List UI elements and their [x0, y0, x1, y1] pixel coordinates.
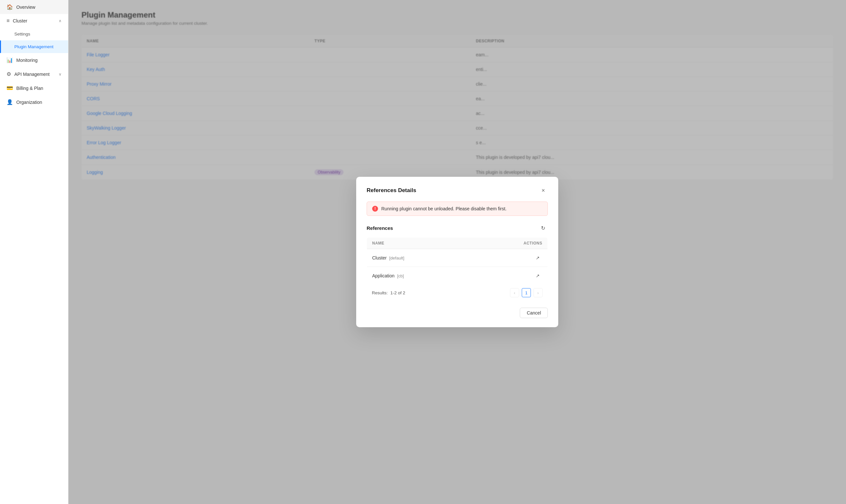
- sidebar-item-cluster[interactable]: ≡ Cluster ∧: [0, 14, 68, 28]
- modal-title: References Details: [367, 187, 416, 194]
- close-button[interactable]: ×: [539, 186, 548, 195]
- ref-application-name: Application: [372, 273, 395, 278]
- modal-footer: Cancel: [367, 308, 548, 318]
- modal-overlay: References Details × ! Running plugin ca…: [68, 0, 846, 504]
- ref-row-1-name: Application [cb]: [367, 267, 474, 285]
- pagination-row: Results: 1-2 of 2 ‹ 1 ›: [367, 285, 548, 301]
- pagination-next-button[interactable]: ›: [534, 288, 542, 297]
- external-link-button-0[interactable]: ↗: [533, 253, 542, 263]
- ref-col-name: NAME: [367, 238, 474, 249]
- ref-cluster-tag: [default]: [389, 256, 404, 260]
- sidebar-item-billing[interactable]: 💳 Billing & Plan: [0, 81, 68, 95]
- pagination-prev-button[interactable]: ‹: [510, 288, 519, 297]
- external-link-button-1[interactable]: ↗: [533, 271, 542, 280]
- sidebar-item-cluster-label: Cluster: [13, 18, 27, 23]
- references-details-modal: References Details × ! Running plugin ca…: [356, 177, 558, 327]
- refresh-button[interactable]: ↻: [538, 223, 548, 233]
- sidebar-item-api-management-label: API Management: [14, 72, 50, 77]
- pagination-label: Results:: [372, 290, 388, 295]
- sidebar-item-plugin-management[interactable]: Plugin Management: [0, 40, 68, 53]
- ref-table-row: Cluster [default] ↗: [367, 249, 548, 267]
- pagination-range: 1-2 of 2: [391, 290, 405, 295]
- ref-table-row: Application [cb] ↗: [367, 267, 548, 285]
- chevron-down-icon: ∨: [59, 72, 62, 76]
- references-table: NAME ACTIONS Cluster [default] ↗: [367, 237, 548, 285]
- ref-row-0-actions: ↗: [474, 249, 548, 267]
- modal-header: References Details ×: [367, 186, 548, 195]
- sidebar-item-settings-label: Settings: [14, 32, 30, 36]
- sidebar-item-overview[interactable]: 🏠 Overview: [0, 0, 68, 14]
- chevron-up-icon: ∧: [59, 19, 62, 23]
- sidebar-item-monitoring-label: Monitoring: [16, 58, 37, 63]
- ref-row-0-name: Cluster [default]: [367, 249, 474, 267]
- sidebar-item-organization[interactable]: 👤 Organization: [0, 95, 68, 109]
- api-icon: ⚙: [6, 71, 11, 77]
- sidebar-item-billing-label: Billing & Plan: [16, 86, 44, 91]
- ref-cluster-name: Cluster: [372, 255, 386, 260]
- home-icon: 🏠: [6, 4, 13, 10]
- sidebar-item-organization-label: Organization: [16, 100, 42, 105]
- ref-application-tag: [cb]: [397, 273, 404, 278]
- ref-col-actions: ACTIONS: [474, 238, 548, 249]
- error-alert: ! Running plugin cannot be unloaded. Ple…: [367, 201, 548, 216]
- billing-icon: 💳: [6, 85, 13, 91]
- main-content-area: Plugin Management Manage plugin list and…: [68, 0, 846, 504]
- references-section-header: References ↻: [367, 223, 548, 233]
- cluster-icon: ≡: [6, 18, 10, 24]
- cancel-button[interactable]: Cancel: [520, 308, 548, 318]
- sidebar-item-plugin-management-label: Plugin Management: [14, 44, 53, 49]
- sidebar-item-api-management[interactable]: ⚙ API Management ∨: [0, 67, 68, 81]
- sidebar-item-settings[interactable]: Settings: [0, 28, 68, 40]
- pagination-current-page: 1: [522, 288, 531, 297]
- error-message: Running plugin cannot be unloaded. Pleas…: [381, 206, 506, 211]
- references-section-title: References: [367, 225, 393, 231]
- sidebar: 🏠 Overview ≡ Cluster ∧ Settings Plugin M…: [0, 0, 68, 504]
- monitoring-icon: 📊: [6, 57, 13, 63]
- sidebar-item-monitoring[interactable]: 📊 Monitoring: [0, 53, 68, 67]
- ref-row-1-actions: ↗: [474, 267, 548, 285]
- sidebar-item-overview-label: Overview: [16, 4, 35, 10]
- org-icon: 👤: [6, 99, 13, 105]
- error-icon: !: [372, 206, 378, 212]
